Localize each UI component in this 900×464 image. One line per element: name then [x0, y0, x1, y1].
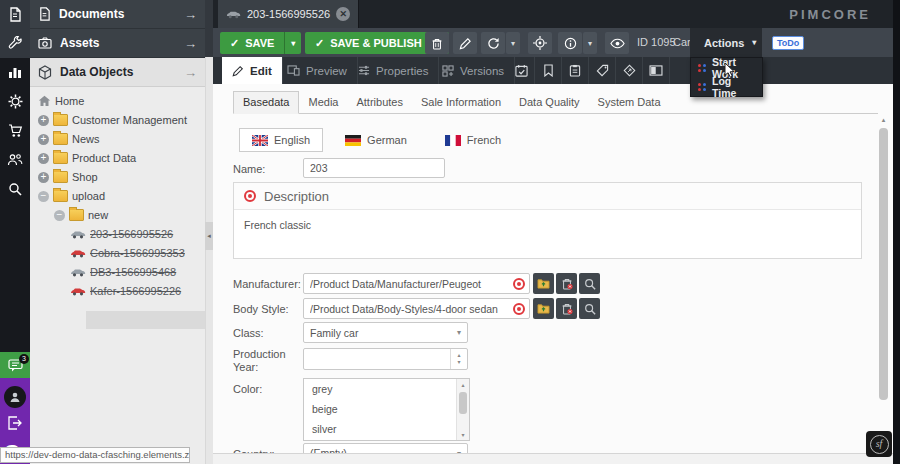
avatar[interactable]: [4, 386, 26, 408]
tab-label: Preview: [306, 65, 347, 77]
actions-dropdown-button[interactable]: Actions ▾: [690, 28, 762, 57]
pencil-icon: [232, 65, 244, 77]
open-preview-button[interactable]: [605, 32, 629, 54]
language-tab-french[interactable]: French: [433, 128, 513, 152]
color-option-silver[interactable]: silver: [304, 419, 469, 439]
locate-in-tree-button[interactable]: [528, 32, 552, 54]
collapse-panel-handle[interactable]: ◂: [205, 222, 213, 250]
open-object-tab[interactable]: 203-1566995526 ✕: [218, 0, 359, 28]
body-style-remove-button[interactable]: [556, 298, 577, 319]
delete-button[interactable]: [425, 32, 449, 54]
body-style-open-button[interactable]: [533, 298, 554, 319]
tab-versions[interactable]: Versions: [432, 57, 515, 84]
manufacturer-input[interactable]: [303, 273, 530, 294]
tree-item-home[interactable]: Home: [38, 92, 84, 110]
tree-item-upload[interactable]: − upload: [38, 187, 105, 205]
production-year-spinner[interactable]: ▴▾: [303, 348, 468, 370]
scroll-down-icon[interactable]: ▾: [457, 431, 469, 438]
collapse-minus-icon[interactable]: −: [54, 210, 65, 221]
assets-panel-header[interactable]: Assets →: [30, 29, 205, 58]
language-tab-german[interactable]: German: [333, 128, 419, 152]
expand-right-icon: →: [184, 36, 197, 51]
ecommerce-rail-icon[interactable]: [0, 116, 30, 145]
tree-item-kafer[interactable]: Kafer-1566995226: [70, 282, 181, 300]
tab-properties[interactable]: Properties: [348, 57, 439, 84]
monitor-icon: [287, 65, 300, 76]
manufacturer-remove-button[interactable]: [556, 273, 577, 294]
color-list-scrollbar[interactable]: ▴ ▾: [456, 379, 469, 440]
search-rail-icon[interactable]: [0, 174, 30, 203]
manufacturer-search-button[interactable]: [579, 273, 600, 294]
scrollbar-thumb[interactable]: [459, 392, 467, 414]
subtab-data-quality[interactable]: Data Quality: [510, 92, 589, 113]
tab-edit[interactable]: Edit: [222, 57, 283, 84]
name-input[interactable]: [303, 158, 445, 178]
folder-icon: [53, 114, 68, 126]
data-objects-panel-header[interactable]: Data Objects →: [30, 58, 205, 87]
main-scrollbar-thumb[interactable]: [879, 128, 888, 400]
language-tab-english[interactable]: English: [239, 128, 323, 152]
users-rail-icon[interactable]: [0, 145, 30, 174]
color-multiselect[interactable]: grey beige silver ▴ ▾: [303, 378, 470, 441]
reload-button[interactable]: [481, 32, 505, 54]
color-option-beige[interactable]: beige: [304, 399, 469, 419]
tree-item-db3[interactable]: DB3-1566995468: [70, 263, 176, 281]
symfony-profiler-badge[interactable]: sf: [866, 431, 892, 457]
chat-button[interactable]: 3: [0, 352, 30, 378]
rename-button[interactable]: [453, 32, 477, 54]
info-dropdown-caret[interactable]: ▾: [583, 32, 597, 54]
bar-chart-icon: [8, 66, 22, 79]
subtab-sale-information[interactable]: Sale Information: [412, 92, 510, 113]
expand-plus-icon[interactable]: +: [38, 153, 49, 164]
collapse-minus-icon[interactable]: −: [38, 191, 49, 202]
tree-item-news[interactable]: + News: [38, 130, 100, 148]
panel-splitter[interactable]: [205, 57, 213, 464]
tab-schedule[interactable]: [508, 57, 535, 84]
subtab-media[interactable]: Media: [299, 92, 347, 113]
tree-item-new[interactable]: − new: [54, 206, 108, 224]
save-button[interactable]: ✓SAVE ▾: [220, 32, 301, 54]
spinner-up-icon[interactable]: ▴: [457, 352, 460, 359]
expand-plus-icon[interactable]: +: [38, 134, 49, 145]
documents-rail-icon[interactable]: [0, 0, 30, 29]
settings-rail-icon[interactable]: [0, 87, 30, 116]
save-dropdown-caret[interactable]: ▾: [284, 32, 301, 54]
subtab-attributes[interactable]: Attributes: [347, 92, 411, 113]
body-style-search-button[interactable]: [579, 298, 600, 319]
tree-item-cobra[interactable]: Cobra-1566995353: [70, 244, 185, 262]
manufacturer-label: Manufacturer:: [233, 278, 301, 290]
body-style-input[interactable]: [303, 298, 530, 319]
tab-compare[interactable]: [643, 57, 670, 84]
logout-button[interactable]: [7, 416, 23, 430]
reports-rail-icon[interactable]: [0, 58, 30, 87]
tab-dependencies[interactable]: [535, 57, 562, 84]
close-icon[interactable]: ✕: [336, 7, 350, 21]
tree-item-203-selected[interactable]: 203-1566995526: [70, 225, 173, 243]
expand-plus-icon[interactable]: +: [38, 115, 49, 126]
subtab-system-data[interactable]: System Data: [589, 92, 670, 113]
color-option-grey[interactable]: grey: [304, 379, 469, 399]
tree-item-customer-management[interactable]: + Customer Management: [38, 111, 187, 129]
tab-preview[interactable]: Preview: [277, 57, 358, 84]
tree-item-shop[interactable]: + Shop: [38, 168, 98, 186]
tab-tags[interactable]: [589, 57, 616, 84]
subtab-basedata[interactable]: Basedata: [233, 91, 299, 114]
info-button[interactable]: [558, 32, 582, 54]
class-select[interactable]: Family car ▾: [303, 322, 468, 343]
spinner-down-icon[interactable]: ▾: [457, 359, 460, 366]
tab-workflow[interactable]: [616, 57, 643, 84]
reload-dropdown-caret[interactable]: ▾: [506, 32, 520, 54]
menu-item-log-time[interactable]: Log Time: [691, 77, 762, 96]
documents-panel-header[interactable]: Documents →: [30, 0, 205, 29]
scroll-up-icon[interactable]: ▴: [457, 381, 469, 388]
tools-rail-icon[interactable]: [0, 29, 30, 58]
spinner-arrows[interactable]: ▴▾: [450, 349, 467, 369]
manufacturer-open-button[interactable]: [533, 273, 554, 294]
expand-plus-icon[interactable]: +: [38, 172, 49, 183]
car-grey-icon: [70, 230, 86, 239]
scroll-up-icon[interactable]: ▴: [877, 116, 890, 124]
tree-item-label: Home: [55, 95, 84, 107]
description-editable[interactable]: French classic: [234, 210, 861, 240]
tab-notes-events[interactable]: [562, 57, 589, 84]
tree-item-product-data[interactable]: + Product Data: [38, 149, 136, 167]
